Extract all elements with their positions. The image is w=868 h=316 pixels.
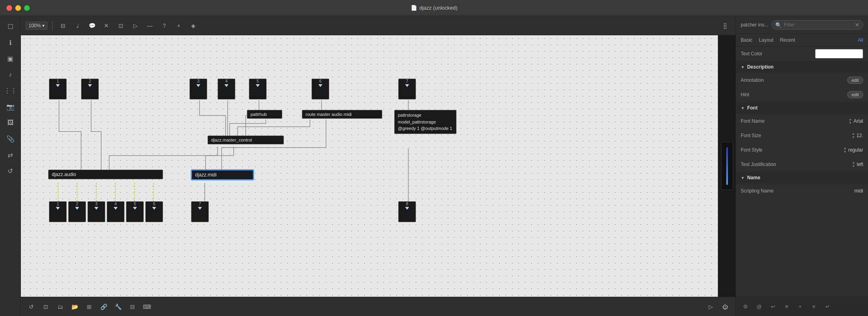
inlet-2[interactable]: 2 (81, 79, 99, 99)
text-justification-control[interactable]: ▲▼ left (852, 161, 863, 168)
left-icon-select[interactable]: ☐ (3, 19, 18, 34)
search-icon: 🔍 (775, 22, 782, 28)
rbb-settings-icon[interactable]: ⚙ (740, 301, 751, 312)
bt-icon-undo[interactable]: ↺ (26, 301, 37, 312)
annotation-edit-button[interactable]: edit (847, 77, 863, 84)
font-style-control[interactable]: ▲▼ regular (844, 146, 863, 154)
filter-search[interactable]: 🔍 ✕ (772, 20, 863, 30)
tab-basic[interactable]: Basic (741, 36, 752, 44)
pattrhub-object[interactable]: pattrhub (247, 110, 282, 119)
pattrstorage-object[interactable]: pattrstorage model_pattrstorage @greedy … (394, 110, 456, 134)
inlet-triangle-3 (196, 84, 200, 87)
toolbar-icon-question[interactable]: ? (159, 20, 170, 31)
route-object[interactable]: route master audio midi (302, 110, 382, 119)
tab-recent[interactable]: Recent (780, 36, 795, 44)
zoom-control[interactable]: 100% ▾ (26, 22, 47, 30)
rbb-back-icon[interactable]: ↩ (767, 301, 778, 312)
font-size-row: Font Size ▲▼ 12. (736, 128, 868, 143)
rbb-menu-icon[interactable]: ≡ (808, 301, 819, 312)
toolbar-icon-table[interactable]: ⊟ (57, 20, 69, 31)
font-size-stepper[interactable]: ▲▼ (852, 132, 855, 139)
inlet-5[interactable]: 5 (249, 79, 267, 99)
left-icon-clip[interactable]: 📎 (3, 132, 18, 146)
left-icon-audio[interactable]: ♪ (3, 67, 18, 82)
bt-icon-piano[interactable]: ⊟ (127, 301, 138, 312)
window-controls[interactable] (6, 5, 30, 11)
bt-icon-select[interactable]: ⊡ (40, 301, 51, 312)
toolbar-icon-square[interactable]: ⊡ (115, 20, 126, 31)
bt-icon-wrench[interactable]: 🔧 (112, 301, 124, 312)
djazz-audio-object[interactable]: djazz.audio (48, 170, 163, 179)
left-icon-undo[interactable]: ↺ (3, 164, 18, 178)
toolbar-icon-note[interactable]: ♩ (72, 20, 83, 31)
rbb-at-icon[interactable]: @ (754, 301, 765, 312)
toolbar-icon-x[interactable]: ✕ (101, 20, 112, 31)
font-name-stepper[interactable]: ▲▼ (849, 117, 852, 125)
description-chevron: ▼ (741, 65, 745, 69)
maximize-button[interactable] (24, 5, 30, 11)
filter-input[interactable] (784, 22, 852, 28)
text-justification-value: left (857, 162, 863, 167)
inlet-6[interactable]: 6 (312, 79, 329, 99)
bt-icon-play[interactable]: ▷ (705, 301, 716, 312)
outlet-1[interactable]: 1 (49, 201, 67, 222)
left-icon-image[interactable]: 🖼 (3, 115, 18, 130)
font-name-control[interactable]: ▲▼ Arial (849, 117, 863, 125)
tab-all[interactable]: All (858, 36, 863, 44)
rbb-plus-icon[interactable]: + (795, 301, 806, 312)
font-style-row: Font Style ▲▼ regular (736, 143, 868, 157)
rbb-return-icon[interactable]: ↵ (822, 301, 833, 312)
outlet-6[interactable]: 6 (145, 201, 163, 222)
inlet-1[interactable]: 1 (49, 79, 67, 99)
minimize-button[interactable] (15, 5, 21, 11)
left-icon-arrows[interactable]: ⇄ (3, 148, 18, 162)
left-icon-dots[interactable]: ⋮⋮ (3, 83, 18, 98)
outlet-triangle-6 (152, 207, 156, 210)
toolbar-icon-play[interactable]: ▷ (130, 20, 141, 31)
font-style-value: regular (848, 147, 863, 153)
toolbar-icon-plus[interactable]: + (173, 20, 184, 31)
bt-icon-ungroup[interactable]: 📂 (69, 301, 80, 312)
left-icon-camera[interactable]: 📷 (3, 99, 18, 114)
font-section-header[interactable]: ▼ Font (736, 102, 868, 114)
bt-icon-power[interactable]: ⏻ (719, 301, 731, 312)
inlet-4[interactable]: 4 (218, 79, 235, 99)
bt-icon-group[interactable]: 🗂 (55, 301, 66, 312)
outlet-3[interactable]: 3 (88, 201, 105, 222)
hint-edit-button[interactable]: edit (847, 91, 863, 98)
toolbar-icon-minus[interactable]: — (144, 20, 155, 31)
toolbar-icon-paint[interactable]: ◈ (187, 20, 199, 31)
font-size-control[interactable]: ▲▼ 12. (852, 132, 863, 139)
close-button[interactable] (6, 5, 12, 11)
inlet-7[interactable]: 7 (398, 79, 416, 99)
search-clear-icon[interactable]: ✕ (855, 22, 860, 28)
master-control-object[interactable]: djazz.master_control (208, 136, 284, 144)
bt-icon-align[interactable]: ⊞ (84, 301, 95, 312)
djazz-midi-object[interactable]: djazz.midi (191, 170, 254, 180)
scripting-name-value: midi (854, 188, 863, 194)
rbb-asterisk-icon[interactable]: ✳ (781, 301, 792, 312)
toolbar-icon-grid[interactable]: ⣿ (719, 20, 731, 31)
description-section-label: Description (747, 64, 774, 70)
text-color-swatch[interactable] (815, 49, 863, 59)
text-justification-stepper[interactable]: ▲▼ (852, 161, 855, 168)
left-icon-panel[interactable]: ▣ (3, 51, 18, 66)
font-style-stepper[interactable]: ▲▼ (844, 146, 847, 154)
outlet-5[interactable]: 5 (126, 201, 144, 222)
outlet-8[interactable]: 8 (398, 201, 416, 222)
text-color-row: Text Color (736, 47, 868, 61)
patcher-canvas[interactable]: 1 2 3 4 5 6 7 (21, 35, 736, 297)
bt-icon-keyboard[interactable]: ⌨ (141, 301, 153, 312)
outlet-2[interactable]: 2 (68, 201, 86, 222)
tab-layout[interactable]: Layout (759, 36, 773, 44)
left-icon-info[interactable]: ℹ (3, 35, 18, 50)
inlet-3[interactable]: 3 (189, 79, 207, 99)
description-section-header[interactable]: ▼ Description (736, 61, 868, 73)
name-section-header[interactable]: ▼ Name (736, 172, 868, 184)
title-bar: 📄 djazz (unlocked) (0, 0, 868, 16)
outlet-4[interactable]: 4 (107, 201, 124, 222)
outlet-7[interactable]: 7 (191, 201, 209, 222)
toolbar-icon-comment[interactable]: 💬 (86, 20, 98, 31)
bt-icon-link[interactable]: 🔗 (98, 301, 109, 312)
text-color-label: Text Color (741, 51, 762, 57)
